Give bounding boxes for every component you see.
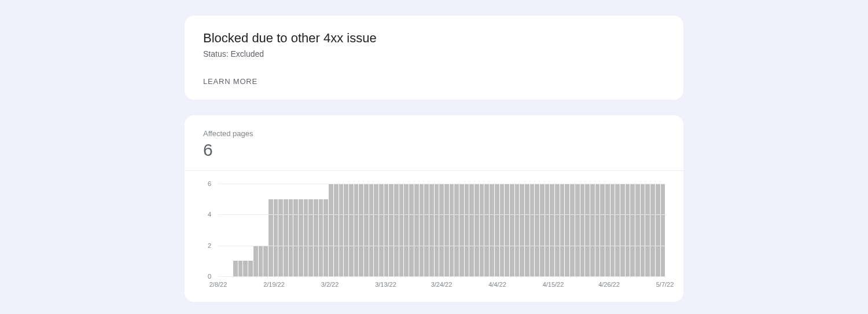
bar xyxy=(308,199,313,276)
bar xyxy=(505,184,509,276)
bar xyxy=(510,184,514,276)
bar xyxy=(645,184,650,276)
bar xyxy=(259,246,263,276)
x-tick: 3/24/22 xyxy=(431,281,453,288)
bar xyxy=(414,184,419,276)
bar xyxy=(475,184,479,276)
bar xyxy=(435,184,439,276)
bar xyxy=(349,184,354,276)
bar xyxy=(253,246,258,276)
bar xyxy=(565,184,569,276)
bar xyxy=(344,184,348,276)
bar xyxy=(450,184,454,276)
bar xyxy=(278,199,283,276)
bar xyxy=(650,184,655,276)
bar xyxy=(469,184,474,276)
gridline xyxy=(218,184,665,184)
bar xyxy=(399,184,404,276)
issue-status: Status: Excluded xyxy=(203,49,665,59)
bar xyxy=(389,184,393,276)
bar xyxy=(535,184,539,276)
x-tick: 4/4/22 xyxy=(488,281,506,288)
bar xyxy=(630,184,635,276)
gridline xyxy=(218,276,665,277)
bar xyxy=(520,184,524,276)
x-tick: 4/26/22 xyxy=(598,281,620,288)
bar xyxy=(274,199,278,276)
bar xyxy=(339,184,344,276)
x-tick: 5/7/22 xyxy=(656,281,674,288)
bar xyxy=(610,184,615,276)
metric-label: Affected pages xyxy=(203,129,665,138)
bar xyxy=(580,184,585,276)
bar xyxy=(420,184,424,276)
bar xyxy=(284,199,288,276)
bar xyxy=(334,184,339,276)
bar xyxy=(500,184,505,276)
bar xyxy=(329,184,333,276)
bar xyxy=(459,184,464,276)
chart-area: 0246 2/8/222/19/223/2/223/13/223/24/224/… xyxy=(185,171,683,287)
bar xyxy=(359,184,363,276)
bar xyxy=(263,246,268,276)
bar xyxy=(635,184,640,276)
bar xyxy=(243,261,248,276)
bar xyxy=(495,184,499,276)
metric-value: 6 xyxy=(203,140,665,160)
bar xyxy=(656,184,660,276)
bar xyxy=(374,184,378,276)
bar xyxy=(248,261,253,276)
bar xyxy=(289,199,293,276)
x-tick: 4/15/22 xyxy=(543,281,564,288)
bar xyxy=(319,199,323,276)
bar xyxy=(515,184,520,276)
bar xyxy=(530,184,535,276)
issue-header-card: Blocked due to other 4xx issue Status: E… xyxy=(185,16,683,100)
affected-pages-card: Affected pages 6 0246 2/8/222/19/223/2/2… xyxy=(185,115,683,302)
bar xyxy=(409,184,414,276)
bar xyxy=(570,184,575,276)
y-tick: 4 xyxy=(208,211,211,218)
x-tick: 2/19/22 xyxy=(263,281,285,288)
issue-title: Blocked due to other 4xx issue xyxy=(203,31,665,46)
bar xyxy=(555,184,560,276)
bar xyxy=(439,184,444,276)
bar xyxy=(299,199,303,276)
bar xyxy=(404,184,409,276)
bar xyxy=(233,261,238,276)
bar xyxy=(605,184,610,276)
bar xyxy=(238,261,243,276)
bar xyxy=(293,199,298,276)
bar xyxy=(304,199,308,276)
x-tick: 3/13/22 xyxy=(375,281,396,288)
metric-section: Affected pages 6 xyxy=(185,129,683,171)
gridline xyxy=(218,214,665,215)
bar xyxy=(354,184,359,276)
bar xyxy=(424,184,429,276)
bar xyxy=(465,184,469,276)
bar xyxy=(545,184,550,276)
bar xyxy=(661,184,665,276)
bar xyxy=(525,184,529,276)
bar xyxy=(641,184,645,276)
y-axis: 0246 xyxy=(203,184,211,276)
y-tick: 6 xyxy=(208,180,211,187)
bar xyxy=(560,184,565,276)
bar xyxy=(615,184,620,276)
bar xyxy=(550,184,554,276)
bar xyxy=(394,184,399,276)
bar xyxy=(626,184,630,276)
bar xyxy=(490,184,494,276)
bar xyxy=(620,184,625,276)
bar xyxy=(314,199,318,276)
bar xyxy=(369,184,374,276)
bar xyxy=(600,184,605,276)
bar xyxy=(595,184,600,276)
bar xyxy=(484,184,489,276)
bar xyxy=(590,184,595,276)
bars-container xyxy=(218,184,665,276)
y-tick: 2 xyxy=(208,242,211,249)
learn-more-link[interactable]: LEARN MORE xyxy=(203,77,665,86)
x-axis: 2/8/222/19/223/2/223/13/223/24/224/4/224… xyxy=(218,281,665,290)
y-tick: 0 xyxy=(208,273,211,280)
